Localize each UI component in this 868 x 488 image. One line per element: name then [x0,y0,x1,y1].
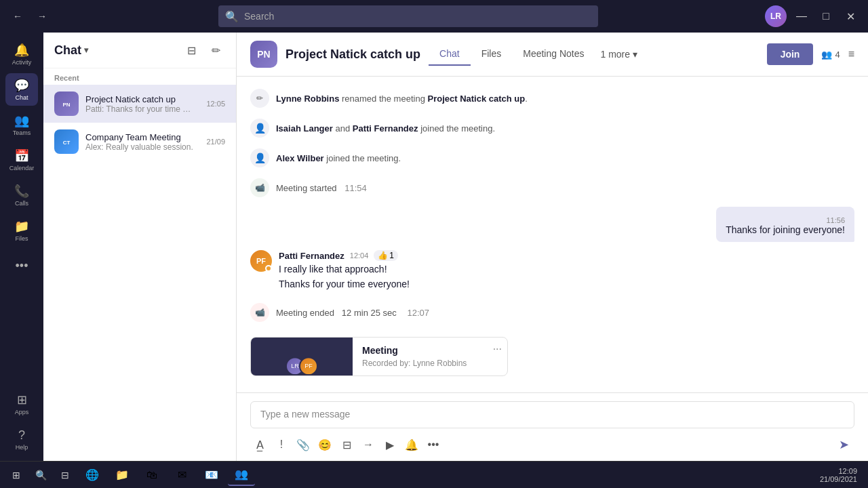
sidebar-label-activity: Activity [12,59,32,66]
taskbar-search-button[interactable]: 🔍 [30,464,52,486]
priority-button[interactable]: ! [272,435,291,454]
video-participants-avatars: LR PF [285,357,318,375]
tab-meeting-notes[interactable]: Meeting Notes [512,43,595,66]
messages-area: ✏ Lynne Robbins renamed the meeting Proj… [237,77,868,392]
minimize-button[interactable]: — [792,7,811,26]
maximize-button[interactable]: □ [816,7,835,26]
video-thumbnail: LR PF 10 min 16 sec [251,338,353,376]
search-input[interactable] [244,11,591,22]
incoming-message: PF Patti Fernandez 12:04 👍 1 I really li… [250,250,854,293]
participants-number: 4 [835,49,840,60]
message-text-out: Thanks for joining everyone! [726,224,845,235]
message-reaction[interactable]: 👍 1 [374,250,398,261]
attach-button[interactable]: 📎 [294,435,313,454]
taskbar-mail[interactable]: ✉ [168,464,195,486]
search-bar[interactable]: 🔍 [218,5,598,27]
search-icon: 🔍 [225,10,239,23]
sidebar-item-activity[interactable]: 🔔 Activity [5,38,38,70]
tab-more-label: 1 more [601,49,631,60]
outgoing-message: 11:56 Thanks for joining everyone! [250,207,854,242]
sidebar-label-apps: Apps [15,409,29,415]
user-avatar[interactable]: LR [765,5,787,27]
svg-text:CT: CT [63,140,71,146]
meeting-end-icon: 📹 [250,303,269,322]
recorded-by-label: Recorded by: [362,359,410,368]
new-chat-button[interactable]: ✏ [206,41,225,60]
notification-button[interactable]: 🔔 [402,435,421,454]
reaction-emoji: 👍 [378,251,388,260]
taskbar-time-display: 12:09 [820,467,857,475]
message-content-in: Patti Fernandez 12:04 👍 1 I really like … [279,250,854,293]
message-input-area: Type a new message A̲ ! 📎 😊 ⊟ → ▶ 🔔 ••• … [237,392,868,461]
back-button[interactable]: ← [8,7,27,26]
meeting-ended-label: Meeting ended [276,308,334,318]
sidebar-item-files[interactable]: 📁 Files [5,214,38,247]
chat-item-name: Project Natick catch up [85,94,199,104]
message-time-in: 12:04 [350,251,369,260]
tab-more[interactable]: 1 more ▾ [595,43,644,65]
meeting-ended-event: 📹 Meeting ended 12 min 25 sec 12:07 [250,302,854,323]
sidebar-label-chat: Chat [15,94,28,101]
video-card[interactable]: LR PF 10 min 16 sec ··· Meeting Recorded… [250,337,508,376]
video-more-button[interactable]: ··· [493,343,502,355]
send-button[interactable]: ➤ [833,434,854,455]
tab-files[interactable]: Files [471,43,513,66]
system-event-join2: 👤 Alex Wilber joined the meeting. [250,147,854,169]
schedule-button[interactable]: ▶ [380,435,399,454]
sidebar-item-apps[interactable]: ⊞ Apps [5,388,38,420]
close-button[interactable]: ✕ [841,7,860,26]
list-item[interactable]: PN Project Natick catch up Patti: Thanks… [43,85,236,123]
sidebar-label-help: Help [16,444,28,451]
join-icon: 👤 [250,119,269,138]
sidebar-label-files: Files [15,235,28,242]
main-layout: 🔔 Activity 💬 Chat 👥 Teams 📅 Calendar 📞 C… [0,33,868,461]
conv-header-right: Join 👥 4 ≡ [767,43,854,65]
system-text-join2: Alex Wilber joined the meeting. [276,153,401,163]
taskbar-outlook[interactable]: 📧 [198,464,225,486]
sidebar-item-calendar[interactable]: 📅 Calendar [5,144,38,176]
sidebar-item-teams[interactable]: 👥 Teams [5,108,38,141]
conversation-title: Project Natick catch up [285,47,420,62]
more-options-button[interactable]: ••• [424,435,443,454]
format-button[interactable]: A̲ [250,435,269,454]
message-text-in-2: Thanks for your time everyone! [279,279,854,289]
filter-button[interactable]: ⊟ [182,41,201,60]
chat-icon: 💬 [14,78,29,93]
conv-header-left: PN Project Natick catch up Chat Files Me… [250,41,643,68]
join-icon2: 👤 [250,148,269,167]
sender-avatar: PF [250,250,272,272]
sidebar-item-help[interactable]: ? Help [5,423,38,455]
message-text-in-1: I really like that approach! [279,264,854,274]
list-item[interactable]: CT Company Team Meeting Alex: Really val… [43,123,236,161]
sidebar-item-more[interactable]: ••• [5,249,38,282]
video-info: ··· Meeting Recorded by: Lynne Robbins [353,338,507,375]
meeting-started-text: Meeting started 11:54 [276,183,367,193]
chat-item-content: Project Natick catch up Patti: Thanks fo… [85,94,199,114]
list-view-button[interactable]: ≡ [848,48,854,60]
message-input-box[interactable]: Type a new message [250,401,854,428]
forward-button[interactable]: → [33,7,52,26]
message-placeholder: Type a new message [260,409,350,420]
system-text-join1: Isaiah Langer and Patti Fernandez joined… [276,123,495,134]
tab-chat[interactable]: Chat [429,43,471,66]
join-button[interactable]: Join [767,43,814,65]
giphy-button[interactable]: ⊟ [337,435,356,454]
sidebar-item-chat[interactable]: 💬 Chat [5,73,38,106]
message-time-out: 11:56 [726,216,845,224]
start-button[interactable]: ⊞ [5,464,27,486]
status-indicator [265,265,272,272]
taskbar-edge[interactable]: 🌐 [79,464,106,486]
recent-section-label: Recent [43,68,236,85]
taskbar-store[interactable]: 🛍 [138,464,165,486]
sidebar-item-calls[interactable]: 📞 Calls [5,179,38,211]
taskbar-teams[interactable]: 👥 [228,464,255,486]
sticker-button[interactable]: → [359,435,378,454]
chevron-down-icon: ▾ [84,45,88,55]
taskbar-files[interactable]: 📁 [108,464,136,486]
activity-icon: 🔔 [14,43,29,58]
task-view-button[interactable]: ⊟ [54,464,76,486]
emoji-button[interactable]: 😊 [315,435,334,454]
conversation-tabs: Chat Files Meeting Notes 1 more ▾ [429,43,643,66]
sidebar-label-calendar: Calendar [9,165,35,171]
chat-panel: Chat ▾ ⊟ ✏ Recent PN Project Natick catc… [43,33,237,461]
